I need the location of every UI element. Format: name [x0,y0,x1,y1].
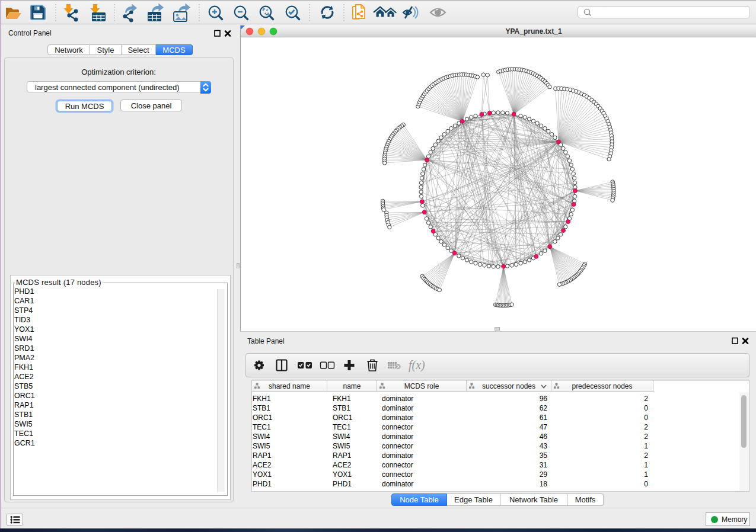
svg-text:f(x): f(x) [409,358,425,372]
